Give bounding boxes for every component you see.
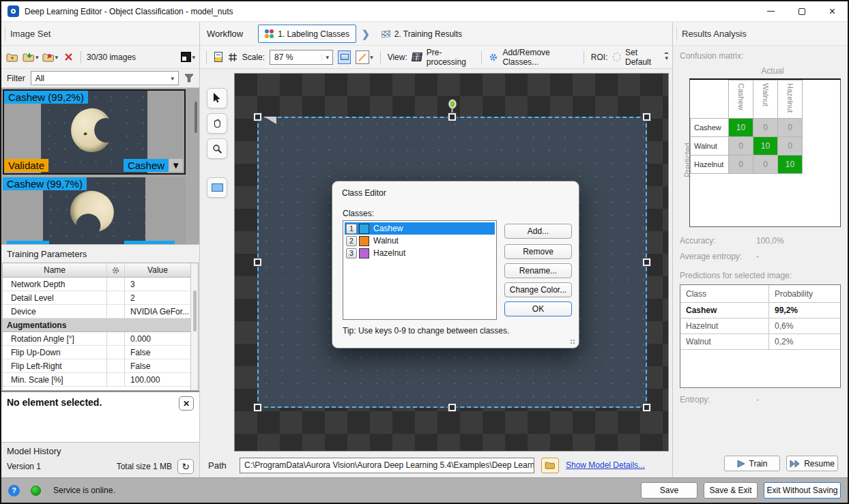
change-color-button[interactable]: Change Color...: [504, 282, 572, 297]
report-button[interactable]: [214, 52, 223, 63]
rename-class-button[interactable]: Rename...: [504, 263, 572, 278]
fit-to-window-button[interactable]: [228, 52, 238, 63]
scale-combobox[interactable]: 87 % ▾: [270, 50, 333, 65]
zoom-tool-button[interactable]: [207, 138, 227, 159]
param-value[interactable]: 3: [125, 278, 190, 291]
param-row[interactable]: Flip Up-Down False: [3, 346, 190, 359]
matrix-cell[interactable]: 0: [729, 155, 753, 174]
param-value[interactable]: 2: [125, 291, 190, 304]
param-value[interactable]: 100.000: [125, 373, 190, 386]
prediction-row[interactable]: Walnut 0,2%: [680, 334, 840, 350]
param-value[interactable]: 0.000: [125, 332, 190, 345]
tab-labeling-classes[interactable]: 1. Labeling Classes: [258, 25, 356, 43]
help-button[interactable]: ?: [8, 485, 20, 496]
toolbar-overflow-button[interactable]: ▾: [665, 53, 668, 61]
select-tool-button[interactable]: [207, 88, 227, 108]
show-model-details-link[interactable]: Show Model Details...: [566, 460, 645, 470]
param-row[interactable]: Detail Level 2: [3, 291, 190, 305]
exit-without-saving-button[interactable]: Exit Without Saving: [764, 482, 841, 499]
matrix-cell[interactable]: 10: [729, 119, 753, 137]
class-item-cashew[interactable]: 1 Cashew: [345, 222, 495, 235]
thumbnail-cashew-2[interactable]: Cashew (99,7%): [3, 177, 186, 244]
assigned-class-control[interactable]: Cashew ▼: [124, 159, 183, 172]
preprocessing-button[interactable]: Pre-processing: [427, 48, 474, 67]
image-view-button[interactable]: [338, 50, 351, 64]
param-row[interactable]: Min. Scale [%] 100.000: [3, 373, 190, 387]
minimize-button[interactable]: [756, 1, 786, 21]
matrix-row-header: Hazelnut: [691, 155, 729, 174]
matrix-cell[interactable]: 0: [778, 119, 803, 137]
refresh-icon: ↻: [182, 461, 190, 472]
filter-label: Filter: [7, 74, 25, 83]
preview-mode-button[interactable]: ▾: [181, 49, 195, 65]
add-remove-classes-button[interactable]: Add/Remove Classes...: [502, 48, 577, 67]
thumbnail-cashew-1[interactable]: Cashew (99,2%) Validate Cashew ▼: [3, 89, 186, 175]
filter-select[interactable]: All ▾: [31, 71, 179, 85]
path-input[interactable]: C:\ProgramData\Aurora Vision\Aurora Deep…: [240, 458, 534, 473]
resize-handle-bottom-left[interactable]: [254, 404, 261, 411]
report-icon: [214, 52, 222, 62]
delete-image-button[interactable]: [61, 49, 75, 65]
set-default-roi-button[interactable]: Set Default: [625, 48, 660, 67]
export-images-button[interactable]: ▾: [42, 49, 59, 65]
matrix-cell[interactable]: 10: [778, 155, 803, 174]
param-row[interactable]: Network Depth 3: [3, 278, 190, 291]
prediction-row[interactable]: Hazelnut 0,6%: [680, 318, 840, 334]
resize-handle-bottom-mid[interactable]: [448, 404, 456, 411]
add-class-button[interactable]: Add...: [504, 224, 572, 239]
shape-overlay-button[interactable]: ▾: [356, 52, 373, 63]
matrix-cell[interactable]: 0: [729, 137, 753, 155]
class-score-label: Cashew (99,7%): [3, 177, 87, 190]
param-value[interactable]: NVIDIA GeFor...: [125, 305, 190, 318]
param-row[interactable]: Rotation Angle [°] 0.000: [3, 332, 190, 346]
tab-training-results[interactable]: 2. Training Results: [375, 25, 468, 43]
matrix-col-header: Walnut: [753, 80, 778, 119]
pan-tool-button[interactable]: [207, 113, 227, 134]
matrix-cell[interactable]: 0: [753, 155, 778, 174]
close-selection-button[interactable]: ✕: [179, 396, 194, 411]
resize-handle-top-mid[interactable]: [448, 113, 456, 121]
resize-handle-mid-right[interactable]: [643, 258, 650, 266]
refresh-history-button[interactable]: ↻: [177, 459, 194, 474]
matrix-cell[interactable]: 10: [753, 137, 778, 155]
add-images-button[interactable]: [5, 49, 19, 65]
save-button[interactable]: Save: [641, 482, 697, 499]
drag-grip-icon[interactable]: [676, 27, 678, 42]
validate-label[interactable]: Validate: [4, 159, 48, 172]
import-images-button[interactable]: ▾: [23, 49, 39, 65]
resize-handle-mid-left[interactable]: [254, 258, 261, 266]
classes-listbox[interactable]: 1 Cashew 2 Walnut 3: [343, 220, 497, 320]
params-scrollbar[interactable]: [190, 263, 198, 390]
save-and-exit-button[interactable]: Save & Exit: [704, 482, 758, 499]
resize-handle-bottom-right[interactable]: [643, 404, 650, 411]
close-button[interactable]: ×: [817, 1, 848, 21]
prediction-row[interactable]: Cashew 99,2%: [680, 303, 840, 318]
resize-handle-top-right[interactable]: [643, 113, 650, 121]
resize-grip-icon[interactable]: [570, 339, 575, 344]
param-value[interactable]: False: [125, 359, 190, 372]
column-value[interactable]: Value: [125, 263, 190, 277]
class-dropdown-icon[interactable]: ▼: [169, 159, 183, 172]
roi-rect-tool-button[interactable]: [207, 177, 227, 198]
matrix-cell[interactable]: 0: [778, 137, 803, 155]
settings-column[interactable]: [107, 263, 125, 277]
param-value[interactable]: False: [125, 346, 190, 359]
matrix-cell[interactable]: 0: [753, 119, 778, 137]
resize-handle-top-left[interactable]: [254, 113, 261, 121]
ok-button[interactable]: OK: [504, 301, 572, 316]
class-item-walnut[interactable]: 2 Walnut: [345, 235, 495, 247]
image-canvas[interactable]: Class Editor Classes: 1 Cashew 2: [234, 73, 669, 451]
class-index-badge: 2: [346, 236, 357, 246]
remove-class-button[interactable]: Remove: [504, 244, 572, 259]
param-row[interactable]: Flip Left-Right False: [3, 359, 190, 373]
column-name[interactable]: Name: [3, 263, 107, 277]
drag-grip-icon[interactable]: [4, 27, 6, 42]
filter-funnel-icon[interactable]: [184, 74, 194, 83]
thumbnail-scrollbar[interactable]: [192, 98, 199, 234]
maximize-button[interactable]: [786, 1, 817, 21]
train-button[interactable]: Train: [724, 456, 780, 471]
resume-button[interactable]: Resume: [786, 456, 838, 471]
param-row[interactable]: Device NVIDIA GeFor...: [3, 305, 190, 318]
browse-path-button[interactable]: [541, 458, 559, 473]
class-item-hazelnut[interactable]: 3 Hazelnut: [345, 247, 495, 259]
